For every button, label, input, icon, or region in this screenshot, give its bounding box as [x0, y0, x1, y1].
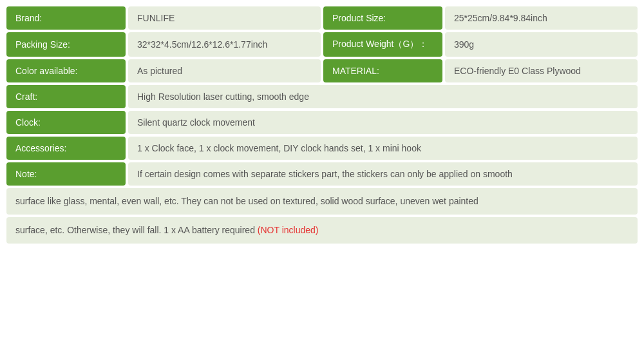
note-value-1: If certain design comes with separate st…: [128, 162, 638, 186]
row-accessories: Accessories: 1 x Clock face, 1 x clock m…: [6, 137, 638, 160]
accessories-value: 1 x Clock face, 1 x clock movement, DIY …: [128, 137, 638, 160]
packing-value: 32*32*4.5cm/12.6*12.6*1.77inch: [128, 32, 321, 57]
size-label: Product Size:: [323, 6, 442, 30]
row-packing-weight: Packing Size: 32*32*4.5cm/12.6*12.6*1.77…: [6, 32, 638, 57]
craft-value: High Resolution laser cutting, smooth ed…: [128, 85, 638, 108]
craft-label: Craft:: [6, 85, 126, 108]
row-craft: Craft: High Resolution laser cutting, sm…: [6, 85, 638, 108]
packing-pair: Packing Size: 32*32*4.5cm/12.6*12.6*1.77…: [6, 32, 321, 57]
clock-value: Silent quartz clock movement: [128, 111, 638, 134]
note-value-3: surface, etc. Otherwise, they will fall.…: [6, 217, 638, 244]
brand-pair: Brand: FUNLIFE: [6, 6, 321, 30]
row-brand-size: Brand: FUNLIFE Product Size: 25*25cm/9.8…: [6, 6, 638, 30]
row-note: Note: If certain design comes with separ…: [6, 162, 638, 186]
material-value: ECO-friendly E0 Class Plywood: [445, 59, 638, 82]
row-clock: Clock: Silent quartz clock movement: [6, 111, 638, 134]
material-label: MATERIAL:: [323, 59, 442, 82]
color-value: As pictured: [128, 59, 321, 82]
brand-value: FUNLIFE: [128, 6, 321, 30]
accessories-label: Accessories:: [6, 137, 126, 160]
row-color-material: Color available: As pictured MATERIAL: E…: [6, 59, 638, 82]
clock-label: Clock:: [6, 111, 126, 134]
color-label: Color available:: [6, 59, 126, 82]
note-not-included: (NOT included): [258, 225, 319, 235]
note-label: Note:: [6, 162, 126, 186]
color-pair: Color available: As pictured: [6, 59, 321, 82]
weight-pair: Product Weight（G）： 390g: [323, 32, 638, 57]
size-pair: Product Size: 25*25cm/9.84*9.84inch: [323, 6, 638, 30]
brand-label: Brand:: [6, 6, 126, 30]
row-note-2: surface like glass, mental, even wall, e…: [6, 188, 638, 215]
row-note-3: surface, etc. Otherwise, they will fall.…: [6, 217, 638, 244]
packing-label: Packing Size:: [6, 32, 126, 57]
material-pair: MATERIAL: ECO-friendly E0 Class Plywood: [323, 59, 638, 82]
note-value-2: surface like glass, mental, even wall, e…: [6, 188, 638, 215]
weight-value: 390g: [445, 32, 638, 57]
size-value: 25*25cm/9.84*9.84inch: [445, 6, 638, 30]
weight-label: Product Weight（G）：: [323, 32, 442, 57]
